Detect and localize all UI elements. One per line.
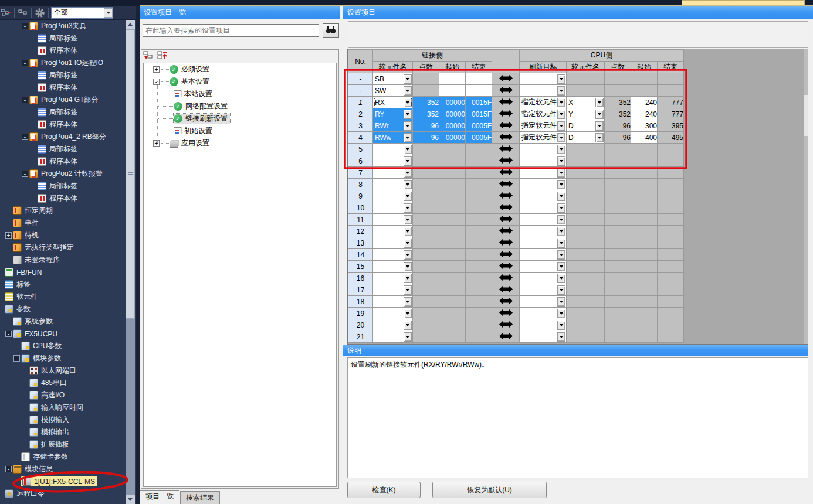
- link-device-cell[interactable]: [373, 167, 413, 179]
- tab-search-result[interactable]: 搜索结果: [180, 491, 220, 504]
- link-device-cell[interactable]: [373, 249, 413, 261]
- refresh-target-cell[interactable]: 指定软元件: [520, 97, 567, 108]
- link-device-cell[interactable]: [373, 190, 413, 202]
- nav-item--[interactable]: 远程口令: [0, 488, 126, 500]
- nav-item--[interactable]: 无执行类型指定: [0, 241, 126, 254]
- nav-item--[interactable]: 局部标签: [0, 180, 126, 192]
- link-end-cell[interactable]: [466, 73, 492, 85]
- link-device-cell[interactable]: [373, 308, 413, 319]
- cpu-device-cell[interactable]: D: [567, 132, 605, 144]
- no-cell[interactable]: 5: [348, 144, 373, 155]
- dropdown-button[interactable]: [557, 121, 565, 131]
- nav-item--[interactable]: +待机: [0, 229, 126, 241]
- dropdown-button[interactable]: [557, 321, 565, 330]
- refresh-target-cell[interactable]: [520, 249, 567, 261]
- link-points-cell[interactable]: 352: [413, 97, 439, 108]
- nav-item-1-u1-fx5-ccl-ms[interactable]: 1[U1]:FX5-CCL-MS: [0, 475, 126, 488]
- no-cell[interactable]: 12: [348, 226, 373, 237]
- nav-item--[interactable]: 标签: [0, 278, 126, 291]
- no-cell[interactable]: 9: [348, 190, 373, 202]
- minus-expander[interactable]: -: [22, 23, 28, 29]
- grid-scrollbar[interactable]: [804, 49, 808, 344]
- dropdown-button[interactable]: [404, 74, 412, 84]
- refresh-target-cell[interactable]: [520, 179, 567, 190]
- dropdown-button[interactable]: [404, 110, 412, 119]
- no-cell[interactable]: 3: [348, 120, 373, 132]
- dropdown-button[interactable]: [404, 227, 412, 236]
- dropdown-button[interactable]: [557, 74, 565, 84]
- settings-gear-icon[interactable]: [34, 8, 46, 18]
- display-filter-select[interactable]: 全部: [51, 7, 113, 19]
- refresh-target-cell[interactable]: [520, 73, 567, 85]
- nav-item--[interactable]: 存储卡参数: [0, 451, 126, 463]
- link-device-cell[interactable]: [373, 144, 413, 155]
- dropdown-button[interactable]: [595, 133, 604, 142]
- setting-tree-item-必须设置[interactable]: +必须设置: [144, 63, 336, 76]
- refresh-target-cell[interactable]: [520, 308, 567, 319]
- dropdown-button[interactable]: [557, 86, 565, 96]
- link-device-cell[interactable]: [373, 331, 413, 343]
- dropdown-button[interactable]: [404, 98, 412, 107]
- refresh-target-cell[interactable]: [520, 202, 567, 214]
- minus-expander[interactable]: -: [153, 79, 160, 85]
- nav-item--[interactable]: 程序本体: [0, 118, 126, 131]
- link-device-cell[interactable]: [373, 179, 413, 190]
- refresh-target-cell[interactable]: [520, 144, 567, 155]
- minus-expander[interactable]: -: [5, 466, 12, 472]
- link-device-cell[interactable]: [373, 261, 413, 273]
- cpu-start-cell[interactable]: 400: [631, 132, 658, 144]
- nav-item-fx5ucpu[interactable]: -FX5UCPU: [0, 328, 126, 340]
- link-points-cell[interactable]: 96: [413, 132, 439, 144]
- link-start-cell[interactable]: 00000: [439, 132, 466, 144]
- dropdown-button[interactable]: [557, 192, 565, 201]
- dropdown-button[interactable]: [404, 86, 412, 96]
- setting-tree-item-本站设置[interactable]: 本站设置: [144, 88, 336, 100]
- restore-default-button[interactable]: 恢复为默认(U): [432, 482, 547, 498]
- nav-item--[interactable]: 事件: [0, 217, 126, 229]
- dropdown-button[interactable]: [557, 297, 565, 307]
- dropdown-button[interactable]: [557, 156, 565, 166]
- dropdown-button[interactable]: [404, 133, 412, 142]
- no-cell[interactable]: 10: [348, 202, 373, 214]
- refresh-target-cell[interactable]: [520, 155, 567, 167]
- cpu-start-cell[interactable]: 240: [631, 108, 658, 120]
- nav-item--[interactable]: 扩展插板: [0, 438, 126, 451]
- nav-item--[interactable]: 程序本体: [0, 45, 126, 57]
- link-device-cell[interactable]: [373, 226, 413, 237]
- dropdown-button[interactable]: [404, 215, 412, 224]
- dropdown-button[interactable]: [404, 121, 412, 131]
- cpu-device-cell[interactable]: X: [567, 97, 605, 108]
- dropdown-button[interactable]: [557, 203, 565, 213]
- setting-tree-item-应用设置[interactable]: +应用设置: [144, 137, 336, 149]
- nav-item-485-[interactable]: 485串口: [0, 377, 126, 389]
- link-end-cell[interactable]: 0005F: [466, 132, 492, 144]
- scroll-up-button[interactable]: [126, 20, 135, 29]
- nav-item--[interactable]: 参数: [0, 303, 126, 315]
- link-device-cell[interactable]: [373, 237, 413, 249]
- dropdown-button[interactable]: [557, 250, 565, 260]
- link-device-cell[interactable]: [373, 296, 413, 308]
- link-start-cell[interactable]: 00000: [439, 97, 466, 108]
- dropdown-button[interactable]: [404, 239, 412, 248]
- dropdown-button[interactable]: [557, 309, 565, 318]
- no-cell[interactable]: 14: [348, 249, 373, 261]
- dropdown-button[interactable]: [404, 192, 412, 201]
- refresh-target-cell[interactable]: [520, 237, 567, 249]
- nav-item-fb-fun[interactable]: FB/FUN: [0, 266, 126, 278]
- refresh-target-cell[interactable]: [520, 226, 567, 237]
- setting-tree-item-基本设置[interactable]: -基本设置: [144, 76, 336, 88]
- link-device-cell[interactable]: RY: [373, 108, 413, 120]
- dropdown-button[interactable]: [404, 332, 412, 342]
- link-device-cell[interactable]: [373, 214, 413, 226]
- plus-expander[interactable]: +: [153, 66, 160, 73]
- refresh-target-cell[interactable]: 指定软元件: [520, 120, 567, 132]
- link-end-cell[interactable]: 0015F: [466, 97, 492, 108]
- no-cell[interactable]: 17: [348, 284, 373, 296]
- nav-item--[interactable]: -模块信息: [0, 463, 126, 475]
- dropdown-button[interactable]: [557, 168, 565, 178]
- dropdown-button[interactable]: [557, 262, 565, 271]
- nav-item--i-o[interactable]: 高速I/O: [0, 389, 126, 401]
- nav-item--[interactable]: 程序本体: [0, 192, 126, 205]
- refresh-target-cell[interactable]: 指定软元件: [520, 132, 567, 144]
- dropdown-button[interactable]: [404, 145, 412, 154]
